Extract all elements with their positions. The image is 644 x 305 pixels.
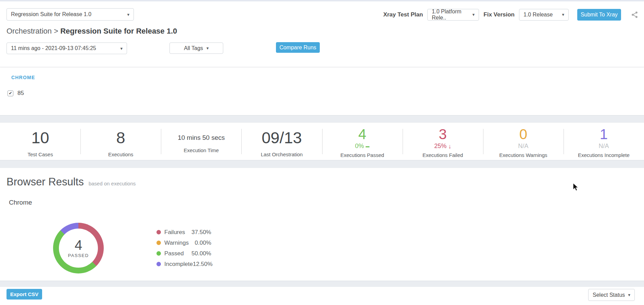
stat-value: 09/13 xyxy=(262,130,302,146)
stat-value: 10 mins 50 secs xyxy=(178,134,225,142)
stat-value: 4 xyxy=(358,127,366,142)
browser-results-title-text: Browser Results xyxy=(7,176,84,188)
share-icon[interactable] xyxy=(631,11,639,19)
run-select[interactable]: 11 mins ago - 2021-09-13 07:45:25 ▾ xyxy=(7,42,127,54)
xray-test-plan-label: Xray Test Plan xyxy=(383,11,423,18)
stat-sub-value: N/A xyxy=(518,143,528,150)
stat-label: Executions Failed xyxy=(422,152,463,158)
stat-value: 8 xyxy=(116,130,125,146)
version-label: 85 xyxy=(17,90,24,97)
stat-label: Executions xyxy=(108,151,133,157)
suite-select-value: Regression Suite for Release 1.0 xyxy=(11,11,91,17)
stat-sub-value: 0% xyxy=(355,143,364,150)
stat-value: 1 xyxy=(600,127,608,142)
stat-divider xyxy=(322,129,323,154)
stat-sub: N/A xyxy=(598,143,609,150)
legend-row-warnings: Warnings 0.00% xyxy=(156,237,211,248)
trend-down-icon: ↓ xyxy=(448,143,451,149)
submit-to-xray-button[interactable]: Submit To Xray xyxy=(577,9,621,21)
donut-legend: Failures 37.50% Warnings 0.00% Passed 50… xyxy=(156,227,211,269)
breadcrumb: Orchestration > Regression Suite for Rel… xyxy=(7,27,177,36)
xray-test-plan-select[interactable]: 1.0 Platform Rele.. ▾ xyxy=(427,9,479,21)
chevron-down-icon: ▾ xyxy=(472,12,475,17)
footer-bar: Export CSV Select Status ▾ xyxy=(0,287,644,305)
stat-test-cases: 10 Test Cases xyxy=(0,123,80,160)
fix-version-value: 1.0 Release xyxy=(523,12,553,18)
passed-dot-icon xyxy=(156,251,161,256)
tags-select[interactable]: All Tags ▾ xyxy=(169,42,223,54)
legend-label: Failures xyxy=(164,229,191,236)
stat-label: Execution Time xyxy=(184,147,219,153)
browser-section-label: CHROME xyxy=(11,75,35,80)
stat-value: 10 xyxy=(31,130,49,146)
browser-results-subtitle: based on executions xyxy=(89,181,136,186)
section-divider xyxy=(0,281,644,287)
compare-runs-label: Compare Runs xyxy=(279,45,316,51)
donut-center-label: PASSED xyxy=(68,253,89,258)
section-divider xyxy=(0,115,644,123)
chevron-down-icon: ▾ xyxy=(117,46,123,51)
stat-divider xyxy=(403,129,403,154)
stat-label: Last Orchestration xyxy=(261,151,303,157)
chevron-down-icon: ▾ xyxy=(206,46,209,51)
stat-label: Executions Passed xyxy=(340,152,384,158)
compare-runs-button[interactable]: Compare Runs xyxy=(276,42,320,53)
legend-value: 37.50% xyxy=(191,229,211,236)
stat-label: Test Cases xyxy=(27,151,53,157)
page-title: Regression Suite for Release 1.0 xyxy=(60,27,177,35)
legend-row-failures: Failures 37.50% xyxy=(156,227,211,237)
stat-divider xyxy=(564,129,564,154)
legend-label: Incomplete xyxy=(164,261,193,268)
stat-executions-passed: 4 0% ▬ Executions Passed xyxy=(322,123,403,160)
suite-select[interactable]: Regression Suite for Release 1.0 ▾ xyxy=(7,8,134,21)
breadcrumb-parent[interactable]: Orchestration > xyxy=(7,27,60,35)
fix-version-select[interactable]: 1.0 Release ▾ xyxy=(519,9,569,21)
stat-divider xyxy=(483,129,483,154)
stat-divider xyxy=(161,129,161,154)
stat-sub-value: N/A xyxy=(598,143,609,150)
incomplete-dot-icon xyxy=(156,262,161,266)
legend-row-incomplete: Incomplete 12.50% xyxy=(156,259,211,269)
failures-dot-icon xyxy=(156,230,161,234)
legend-value: 12.50% xyxy=(193,261,213,268)
stat-label: Executions Warnings xyxy=(499,152,547,158)
stat-divider xyxy=(241,129,242,154)
stat-execution-time: 10 mins 50 secs Execution Time xyxy=(161,123,241,160)
stat-sub: 0% ▬ xyxy=(355,143,369,150)
stat-sub: N/A xyxy=(518,143,528,150)
stat-executions-failed: 3 25% ↓ Executions Failed xyxy=(403,123,483,160)
stat-executions: 8 Executions xyxy=(80,123,161,160)
xray-test-plan-value: 1.0 Platform Rele.. xyxy=(432,9,471,21)
stat-label: Executions Incomplete xyxy=(578,152,630,158)
chevron-down-icon: ▾ xyxy=(625,292,630,297)
select-status-value: Select Status xyxy=(593,292,625,298)
stat-value: 0 xyxy=(519,127,527,142)
legend-value: 0.00% xyxy=(195,240,211,246)
browser-version-row: ✔ 85 xyxy=(8,90,24,97)
stat-sub-value: 25% xyxy=(434,143,446,150)
stat-divider xyxy=(80,129,81,154)
browser-donut-chart: 4 PASSED xyxy=(53,223,104,273)
stat-value: 3 xyxy=(439,127,447,142)
submit-to-xray-label: Submit To Xray xyxy=(581,12,618,18)
chevron-down-icon: ▾ xyxy=(124,12,129,17)
browser-results-section: Browser Resultsbased on executions Chrom… xyxy=(0,168,644,281)
stat-last-orchestration: 09/13 Last Orchestration xyxy=(241,123,322,160)
section-divider xyxy=(0,160,644,168)
header: Regression Suite for Release 1.0 ▾ Xray … xyxy=(0,1,644,67)
stat-executions-warnings: 0 N/A Executions Warnings xyxy=(483,123,564,160)
export-csv-button[interactable]: Export CSV xyxy=(7,289,42,300)
legend-value: 50.00% xyxy=(191,250,211,257)
browser-name: Chrome xyxy=(9,199,32,206)
header-right-toolbar: Xray Test Plan 1.0 Platform Rele.. ▾ Fix… xyxy=(383,9,639,21)
warnings-dot-icon xyxy=(156,241,161,245)
donut-center-value: 4 xyxy=(75,238,82,252)
checkmark-icon: ✔ xyxy=(9,91,12,95)
version-checkbox[interactable]: ✔ xyxy=(8,90,13,96)
select-status-dropdown[interactable]: Select Status ▾ xyxy=(588,289,635,301)
chevron-down-icon: ▾ xyxy=(559,12,564,17)
stat-sub: 25% ↓ xyxy=(434,143,451,150)
legend-label: Passed xyxy=(164,250,191,257)
legend-label: Warnings xyxy=(164,240,195,246)
trend-flat-icon: ▬ xyxy=(366,144,369,148)
